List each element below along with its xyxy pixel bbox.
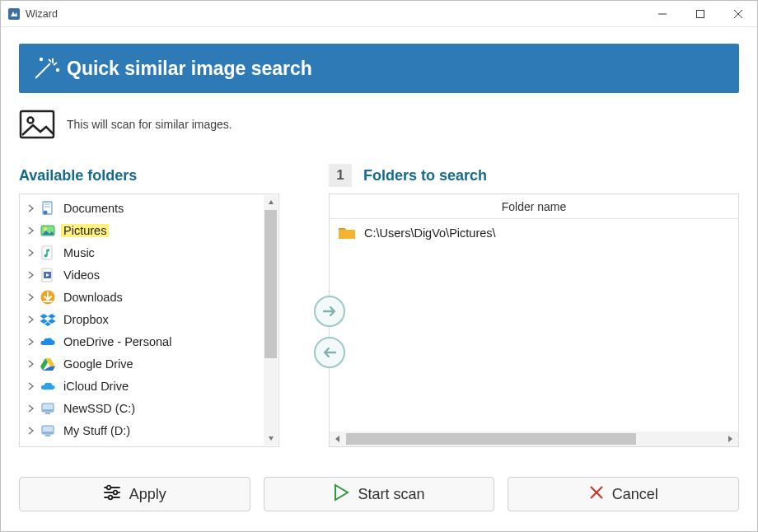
drive-icon [40, 400, 56, 417]
svg-rect-2 [697, 10, 704, 17]
available-folders-panel: DocumentsPicturesMusicVideosDownloadsDro… [19, 194, 279, 447]
scroll-up-icon[interactable] [264, 195, 278, 210]
apply-label: Apply [129, 486, 166, 503]
expander-icon[interactable] [26, 359, 36, 369]
svg-point-35 [114, 490, 118, 494]
selected-folders-list[interactable]: C:\Users\DigVo\Pictures\ [330, 219, 738, 432]
tree-item[interactable]: OneDrive - Personal [21, 330, 263, 352]
tree-item[interactable]: NewSSD (C:) [21, 397, 263, 419]
selected-folder-row[interactable]: C:\Users\DigVo\Pictures\ [330, 219, 738, 247]
svg-point-9 [40, 58, 42, 60]
folder-tree[interactable]: DocumentsPicturesMusicVideosDownloadsDro… [21, 194, 263, 446]
svg-rect-26 [42, 409, 54, 412]
tree-item-label: Google Drive [61, 357, 136, 371]
svg-rect-27 [45, 413, 50, 414]
svg-point-20 [44, 254, 48, 257]
tree-item[interactable]: Downloads [21, 286, 263, 308]
banner: Quick similar image search [19, 44, 739, 93]
svg-point-12 [28, 118, 34, 124]
tree-item[interactable]: My Stuff (D:) [21, 419, 263, 441]
videos-icon [40, 267, 56, 283]
close-button[interactable] [719, 1, 757, 27]
add-folder-button[interactable] [314, 296, 345, 327]
svg-rect-11 [21, 111, 54, 138]
wand-icon [29, 52, 62, 85]
tree-item[interactable]: Documents [21, 197, 263, 219]
apply-button[interactable]: Apply [19, 477, 250, 511]
expander-icon[interactable] [26, 381, 36, 391]
sliders-icon [103, 484, 121, 505]
start-scan-button[interactable]: Start scan [264, 477, 495, 511]
scroll-thumb[interactable] [264, 210, 277, 358]
pictures-icon [40, 222, 56, 239]
tree-item-label: Music [61, 246, 97, 259]
svg-point-34 [107, 485, 111, 489]
onedrive-icon [40, 334, 56, 350]
folder-icon [338, 226, 356, 240]
horizontal-scrollbar[interactable] [330, 432, 738, 446]
tree-item-label: NewSSD (C:) [61, 402, 138, 415]
description-text: This will scan for similar images. [67, 118, 232, 131]
titlebar: Wizard [1, 1, 757, 27]
expander-icon[interactable] [26, 248, 36, 258]
drive-icon [40, 422, 56, 439]
music-icon [40, 245, 56, 261]
banner-title: Quick similar image search [67, 58, 312, 80]
svg-line-7 [54, 63, 57, 65]
step-badge: 1 [329, 164, 352, 187]
expander-icon[interactable] [26, 426, 36, 436]
cancel-button[interactable]: Cancel [508, 477, 739, 511]
tree-item-label: Downloads [61, 291, 125, 304]
remove-folder-button[interactable] [314, 337, 345, 368]
tree-scrollbar[interactable] [264, 195, 278, 446]
tree-item[interactable]: iCloud Drive [21, 375, 263, 397]
description-row: This will scan for similar images. [1, 93, 757, 142]
cancel-label: Cancel [612, 486, 658, 503]
column-header[interactable]: Folder name [330, 194, 738, 219]
downloads-icon [40, 289, 56, 306]
svg-line-8 [49, 59, 51, 62]
folders-to-search-panel: Folder name C:\Users\DigVo\Pictures\ [329, 194, 739, 447]
svg-line-5 [35, 63, 50, 78]
tree-item-label: Videos [61, 268, 102, 282]
maximize-button[interactable] [681, 1, 719, 27]
expander-icon[interactable] [26, 292, 36, 302]
dropbox-icon [40, 311, 56, 328]
scroll-right-icon[interactable] [722, 436, 738, 442]
app-icon [7, 7, 21, 21]
folders-to-search-label: Folders to search [363, 167, 487, 184]
minimize-button[interactable] [643, 1, 681, 27]
expander-icon[interactable] [26, 203, 36, 213]
scroll-left-icon[interactable] [330, 436, 346, 442]
tree-item[interactable]: Google Drive [21, 352, 263, 375]
svg-point-14 [44, 210, 48, 214]
tree-item[interactable]: Pictures [21, 219, 263, 241]
image-icon [19, 106, 55, 142]
window-title: Wizard [26, 8, 58, 20]
tree-item[interactable]: Videos [21, 264, 263, 286]
svg-point-18 [44, 227, 47, 231]
svg-point-36 [109, 495, 113, 499]
available-folders-heading: Available folders [19, 162, 279, 189]
selected-folder-path: C:\Users\DigVo\Pictures\ [364, 226, 496, 240]
gdrive-icon [40, 356, 56, 372]
expander-icon[interactable] [26, 226, 36, 236]
tree-item-label: OneDrive - Personal [61, 335, 174, 348]
svg-point-10 [57, 69, 58, 71]
folders-to-search-heading: 1 Folders to search [329, 162, 739, 189]
tree-item-label: iCloud Drive [61, 380, 131, 393]
tree-item-label: Documents [61, 202, 126, 215]
icloud-icon [40, 378, 56, 394]
expander-icon[interactable] [26, 270, 36, 280]
x-icon [589, 485, 604, 504]
svg-rect-29 [42, 432, 54, 434]
expander-icon[interactable] [26, 315, 36, 324]
tree-item-label: My Stuff (D:) [61, 424, 133, 437]
tree-item[interactable]: Dropbox [21, 308, 263, 330]
scroll-down-icon[interactable] [264, 431, 278, 446]
expander-icon[interactable] [26, 404, 36, 413]
tree-item-label: Pictures [61, 224, 109, 237]
tree-item[interactable]: Music [21, 241, 263, 264]
expander-icon[interactable] [26, 337, 36, 347]
hscroll-thumb[interactable] [346, 433, 636, 445]
